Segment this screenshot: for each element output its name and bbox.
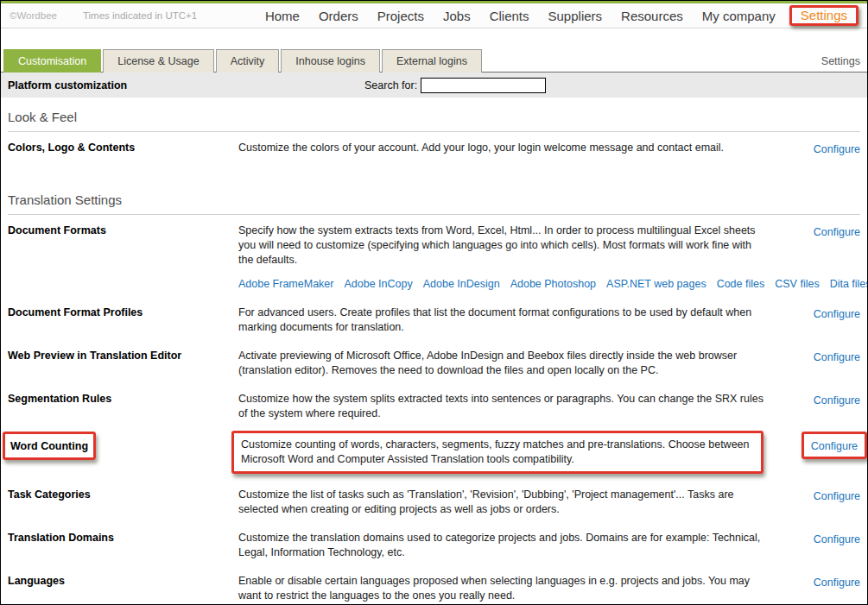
wordbee-brand: ©Wordbee	[10, 10, 57, 21]
row-description: Activate previewing of Microsoft Office,…	[238, 349, 763, 378]
row-label: Document Format Profiles	[8, 306, 238, 320]
format-link-adobe-indesign[interactable]: Adobe InDesign	[423, 278, 500, 290]
format-link-csv-files[interactable]: CSV files	[775, 278, 819, 290]
row-label: Web Preview in Translation Editor	[8, 349, 238, 363]
settings-breadcrumb: Settings	[821, 55, 860, 67]
document-format-links: Adobe FrameMakerAdobe InCopyAdobe InDesi…	[238, 276, 763, 292]
nav-item-home[interactable]: Home	[256, 7, 309, 25]
search-input[interactable]	[421, 78, 546, 93]
tab-customisation[interactable]: Customisation	[3, 49, 101, 72]
configure-link[interactable]: Configure	[814, 577, 860, 589]
row-web-preview-translation-editor: Web Preview in Translation Editor Activa…	[8, 340, 860, 383]
configure-link[interactable]: Configure	[814, 226, 860, 238]
format-link-asp-net-web-pages[interactable]: ASP.NET web pages	[606, 278, 706, 290]
row-label: Colors, Logo & Contents	[8, 141, 238, 155]
search-label: Search for:	[364, 79, 417, 91]
row-description: Customize how the system splits extracte…	[238, 392, 763, 421]
timezone-note: Times indicated in UTC+1	[83, 10, 197, 21]
section-title: Translation Settings	[8, 180, 860, 215]
top-bar: ©Wordbee Times indicated in UTC+1 HomeOr…	[1, 3, 867, 28]
row-colors-logo-contents: Colors, Logo & Contents Customize the co…	[8, 132, 860, 161]
row-label: Document Formats	[8, 224, 238, 238]
configure-link[interactable]: Configure	[814, 490, 860, 502]
settings-tab-strip: CustomisationLicense & UsageActivityInho…	[1, 49, 867, 72]
row-label: Segmentation Rules	[8, 392, 238, 406]
tab-license-usage[interactable]: License & Usage	[103, 49, 214, 72]
word-counting-description-highlight-box: Customize counting of words, characters,…	[231, 431, 763, 474]
configure-link[interactable]: Configure	[814, 394, 860, 406]
configure-link[interactable]: Configure	[814, 533, 860, 545]
format-link-adobe-photoshop[interactable]: Adobe Photoshop	[510, 278, 596, 290]
configure-link[interactable]: Configure	[811, 440, 858, 452]
section-translation-settings: Translation Settings Document Formats Sp…	[8, 180, 860, 605]
row-label: Word Counting	[10, 440, 88, 452]
nav-item-orders[interactable]: Orders	[309, 7, 368, 25]
main-nav: HomeOrdersProjectsJobsClientsSuppliersRe…	[256, 5, 858, 26]
search-group: Search for:	[364, 78, 546, 93]
tab-activity[interactable]: Activity	[216, 49, 280, 72]
format-link-dita-files[interactable]: Dita files	[830, 278, 868, 290]
row-label: Languages	[8, 574, 238, 589]
nav-item-settings[interactable]: Settings	[795, 7, 852, 23]
nav-item-clients[interactable]: Clients	[480, 7, 539, 25]
row-translation-domains: Translation Domains Customize the transl…	[8, 522, 860, 565]
format-link-adobe-framemaker[interactable]: Adobe FrameMaker	[238, 278, 333, 290]
row-description: Customize counting of words, characters,…	[241, 438, 754, 467]
row-description: Enable or disable certain languages prop…	[238, 574, 763, 603]
nav-item-resources[interactable]: Resources	[611, 7, 693, 25]
tab-external-logins[interactable]: External logins	[382, 49, 482, 72]
configure-link[interactable]: Configure	[814, 351, 860, 363]
configure-link[interactable]: Configure	[814, 143, 860, 155]
row-description: Customize the list of tasks such as 'Tra…	[238, 488, 763, 517]
settings-page: { "colors": { "accent_green": "#8fb442",…	[0, 0, 868, 605]
tab-inhouse-logins[interactable]: Inhouse logins	[281, 49, 380, 72]
row-languages: Languages Enable or disable certain lang…	[8, 565, 860, 605]
row-label: Task Categories	[8, 488, 238, 502]
row-document-format-profiles: Document Format Profiles For advanced us…	[8, 297, 860, 340]
row-task-categories: Task Categories Customize the list of ta…	[8, 479, 860, 522]
section-title: Look & Feel	[8, 98, 860, 132]
nav-item-projects[interactable]: Projects	[368, 7, 434, 25]
row-label: Translation Domains	[8, 531, 238, 545]
row-description: Customize the translation domains used t…	[238, 531, 763, 560]
nav-item-my-company[interactable]: My company	[693, 7, 785, 25]
format-link-code-files[interactable]: Code files	[717, 278, 765, 290]
row-description: Customize the colors of your account. Ad…	[238, 141, 763, 155]
platform-customization-header: Platform customization Search for:	[1, 72, 867, 98]
format-link-adobe-incopy[interactable]: Adobe InCopy	[344, 278, 412, 290]
settings-highlight-box: Settings	[789, 5, 858, 26]
nav-item-suppliers[interactable]: Suppliers	[539, 7, 612, 25]
section-look-and-feel: Look & Feel Colors, Logo & Contents Cust…	[8, 98, 860, 161]
page-title: Platform customization	[8, 79, 127, 91]
row-word-counting: Word Counting Customize counting of word…	[8, 426, 860, 479]
configure-link[interactable]: Configure	[814, 308, 860, 320]
word-counting-configure-highlight-box: Configure	[801, 432, 867, 459]
row-document-formats: Document Formats Specify how the system …	[8, 215, 860, 297]
settings-list: Look & Feel Colors, Logo & Contents Cust…	[1, 98, 867, 605]
word-counting-highlight-box: Word Counting	[3, 432, 96, 460]
nav-item-jobs[interactable]: Jobs	[434, 7, 480, 25]
row-segmentation-rules: Segmentation Rules Customize how the sys…	[8, 383, 860, 426]
row-description: Specify how the system extracts texts fr…	[238, 224, 763, 268]
row-description: For advanced users. Create profiles that…	[238, 306, 763, 335]
tabs-container: CustomisationLicense & UsageActivityInho…	[3, 49, 484, 72]
